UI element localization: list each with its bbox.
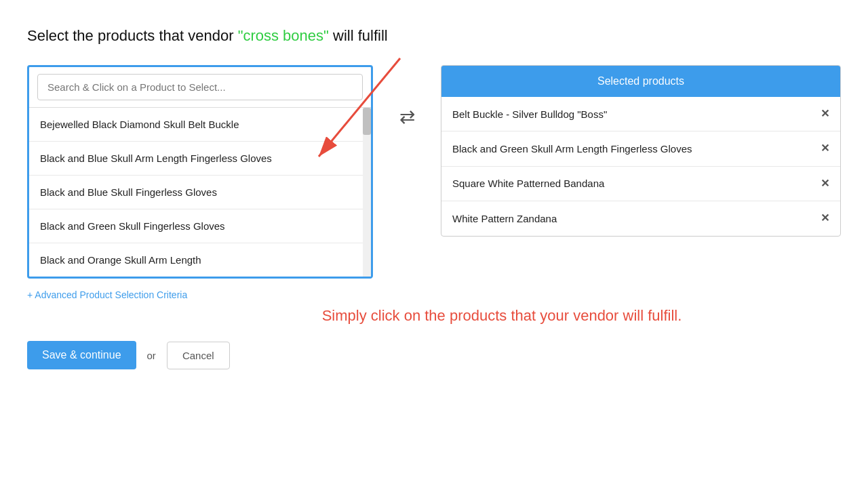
or-label: or [147,350,156,361]
transfer-area: ⇄ [373,65,441,128]
save-continue-button[interactable]: Save & continue [27,341,136,369]
remove-product-button[interactable]: ✕ [821,106,829,121]
product-list-item[interactable]: Black and Orange Skull Arm Length [29,243,371,277]
remove-product-button[interactable]: ✕ [821,211,829,226]
selected-product-item: Black and Green Skull Arm Length Fingerl… [441,131,840,166]
selected-product-label: Square White Patterned Bandana [452,176,604,190]
selected-product-item: Belt Buckle - Silver Bulldog "Boss"✕ [441,97,840,131]
selected-product-item: Square White Patterned Bandana✕ [441,167,840,201]
selected-product-item: White Pattern Zandana✕ [441,201,840,235]
transfer-icon: ⇄ [399,106,415,128]
selected-product-label: White Pattern Zandana [452,211,557,226]
cancel-button[interactable]: Cancel [167,342,230,369]
page-title: Select the products that vendor "cross b… [27,27,841,45]
selected-products-panel: Selected products Belt Buckle - Silver B… [441,65,841,237]
title-prefix: Select the products that vendor [27,27,238,44]
product-search-panel: Bejewelled Black Diamond Skull Belt Buck… [27,65,373,279]
search-box [29,67,371,108]
selected-products-header: Selected products [441,66,840,97]
title-suffix: will fulfill [329,27,388,44]
bottom-actions: Save & continue or Cancel [27,341,841,369]
scrollbar-track [363,108,371,277]
remove-product-button[interactable]: ✕ [821,141,829,156]
selected-product-label: Black and Green Skull Arm Length Fingerl… [452,142,692,156]
remove-product-button[interactable]: ✕ [821,176,829,191]
advanced-link[interactable]: + Advanced Product Selection Criteria [27,289,187,300]
selected-products-list: Belt Buckle - Silver Bulldog "Boss"✕Blac… [441,97,840,236]
product-list-item[interactable]: Black and Green Skull Fingerless Gloves [29,209,371,243]
scrollbar-thumb[interactable] [363,108,371,135]
vendor-name: "cross bones" [238,27,329,44]
product-list-item[interactable]: Black and Blue Skull Fingerless Gloves [29,176,371,209]
product-list: Bejewelled Black Diamond Skull Belt Buck… [29,108,371,277]
selected-product-label: Belt Buckle - Silver Bulldog "Boss" [452,107,607,121]
hint-text: Simply click on the products that your v… [163,307,841,325]
product-list-item[interactable]: Bejewelled Black Diamond Skull Belt Buck… [29,108,371,142]
product-list-item[interactable]: Black and Blue Skull Arm Length Fingerle… [29,142,371,176]
search-input[interactable] [37,74,363,100]
